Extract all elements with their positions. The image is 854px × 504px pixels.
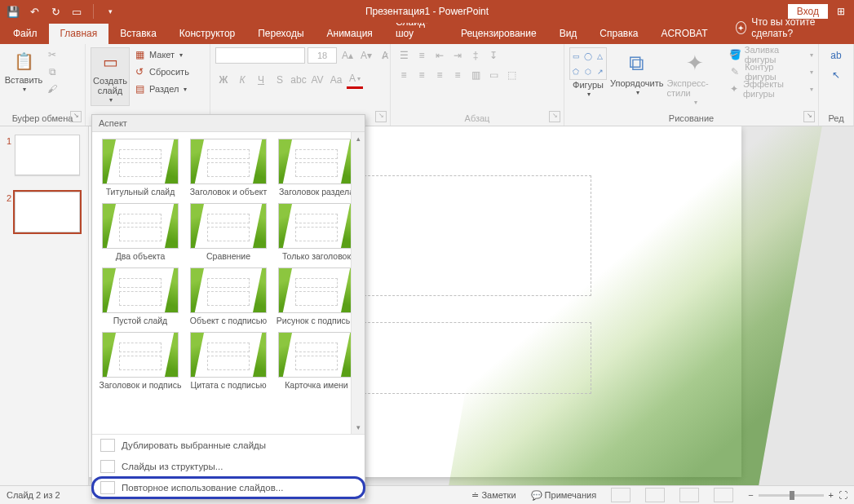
layout-option[interactable]: Рисунок с подписью [275, 267, 358, 325]
bullets-button[interactable]: ☰ [396, 47, 412, 64]
align-text-button[interactable]: ▭ [485, 67, 502, 83]
zoom-out-icon[interactable]: − [748, 490, 753, 500]
align-right-button[interactable]: ≡ [431, 67, 448, 83]
shape-effects-button[interactable]: ✦Эффекты фигуры [729, 82, 813, 96]
change-case-button[interactable]: Aa [328, 72, 344, 88]
italic-button[interactable]: К [234, 72, 250, 88]
decrease-font-icon[interactable]: A▾ [358, 47, 374, 64]
layout-option[interactable]: Цитата с подписью [187, 332, 270, 390]
scroll-up-icon[interactable]: ▴ [352, 132, 365, 145]
qat-customize-icon[interactable]: ▾ [104, 5, 117, 18]
tab-insert[interactable]: Вставка [108, 24, 168, 44]
layout-label: Сравнение [206, 251, 250, 261]
shadow-button[interactable]: S [272, 72, 288, 88]
new-slide-button[interactable]: ▭ Создать слайд [91, 47, 130, 106]
tab-design[interactable]: Конструктор [168, 24, 246, 44]
shape-fill-button[interactable]: 🪣Заливка фигуры [729, 47, 813, 62]
layout-option[interactable]: Заголовок и объект [187, 139, 270, 197]
layout-option[interactable]: Только заголовок [275, 203, 358, 261]
layout-option[interactable]: Заголовок раздела [275, 139, 358, 197]
layout-option[interactable]: Карточка имени [275, 332, 358, 390]
undo-icon[interactable]: ↶ [28, 5, 41, 18]
copy-button[interactable]: ⧉ [46, 64, 59, 79]
layout-label: Цитата с подписью [190, 380, 266, 390]
decrease-indent-button[interactable]: ⇤ [431, 47, 448, 64]
tell-me-search[interactable]: ✦ Что вы хотите сделать? [724, 12, 852, 44]
tab-view[interactable]: Вид [548, 24, 589, 44]
increase-font-icon[interactable]: A▴ [339, 47, 356, 64]
normal-view-button[interactable] [611, 488, 631, 502]
format-painter-button[interactable]: 🖌 [46, 82, 59, 96]
align-center-button[interactable]: ≡ [414, 67, 430, 83]
thumbnail-1[interactable]: 1 [0, 133, 88, 177]
comments-button[interactable]: 💬 Примечания [531, 490, 597, 501]
tab-transitions[interactable]: Переходы [246, 24, 315, 44]
fit-to-window-icon[interactable]: ⛶ [839, 490, 847, 500]
tab-help[interactable]: Справка [588, 24, 649, 44]
paste-button[interactable]: 📋 Вставить [5, 47, 42, 95]
slide-counter: Слайд 2 из 2 [7, 490, 60, 500]
notes-button[interactable]: ≐ Заметки [471, 490, 515, 501]
paragraph-dialog-launcher[interactable]: ↘ [549, 111, 560, 122]
quick-access-toolbar: 💾 ↶ ↻ ▭ ▾ [0, 4, 123, 19]
smartart-button[interactable]: ⬚ [503, 67, 520, 83]
tab-acrobat[interactable]: ACROBAT [649, 24, 719, 44]
find-icon[interactable]: ab [828, 47, 844, 64]
layout-button[interactable]: ▦Макет [133, 47, 189, 62]
char-spacing-button[interactable]: AV [309, 72, 325, 88]
group-font: A▴ A▾ A̷ Ж К Ч S abc AV Aa A Шрифт ↘ [210, 44, 391, 126]
tab-file[interactable]: Файл [2, 24, 49, 44]
arrange-button[interactable]: ⧉ Упорядочить [610, 47, 663, 98]
layout-option[interactable]: Пустой слайд [99, 267, 182, 325]
layout-option[interactable]: Объект с подписью [187, 267, 270, 325]
select-icon[interactable]: ↖ [828, 67, 844, 83]
group-drawing-label: Рисование ↘ [569, 112, 813, 124]
reading-view-button[interactable] [679, 488, 699, 502]
text-direction-button[interactable]: ↧ [485, 47, 502, 64]
layout-option[interactable]: Два объекта [99, 203, 182, 261]
layout-option[interactable]: Заголовок и подпись [99, 332, 182, 390]
font-color-button[interactable]: A [347, 70, 363, 89]
gallery-scrollbar[interactable]: ▴ ▾ [351, 132, 365, 434]
start-from-beginning-icon[interactable]: ▭ [70, 5, 83, 18]
justify-button[interactable]: ≡ [449, 67, 466, 83]
layout-option[interactable]: Сравнение [187, 203, 270, 261]
zoom-in-icon[interactable]: + [829, 490, 834, 500]
align-left-button[interactable]: ≡ [396, 67, 412, 83]
font-name-input[interactable] [215, 47, 305, 64]
tab-home[interactable]: Главная [49, 24, 109, 44]
line-spacing-button[interactable]: ‡ [467, 47, 484, 64]
shape-outline-button[interactable]: ✎Контур фигуры [729, 64, 813, 79]
section-button[interactable]: ▤Раздел [133, 82, 189, 96]
font-size-input[interactable] [308, 47, 337, 64]
zoom-slider[interactable] [759, 494, 824, 497]
slideshow-view-button[interactable] [714, 488, 733, 502]
font-dialog-launcher[interactable]: ↘ [375, 111, 387, 122]
duplicate-icon [100, 439, 115, 452]
zoom-control[interactable]: − + ⛶ [748, 490, 847, 500]
layout-option[interactable]: Титульный слайд [99, 139, 182, 197]
sorter-view-button[interactable] [645, 488, 665, 502]
cut-button[interactable]: ✂ [46, 47, 59, 62]
bold-button[interactable]: Ж [215, 72, 232, 88]
save-icon[interactable]: 💾 [7, 5, 20, 18]
tab-review[interactable]: Рецензирование [449, 24, 548, 44]
tab-animations[interactable]: Анимация [316, 24, 384, 44]
layout-thumb [278, 139, 355, 184]
columns-button[interactable]: ▥ [467, 67, 484, 83]
thumbnail-2[interactable]: 2 [0, 190, 88, 234]
quick-styles-button[interactable]: ✦ Экспресс-стили [666, 47, 722, 108]
duplicate-slides-menuitem[interactable]: Дублировать выбранные слайды [92, 435, 365, 456]
reset-button[interactable]: ↺Сбросить [133, 64, 189, 79]
underline-button[interactable]: Ч [253, 72, 269, 88]
clipboard-dialog-launcher[interactable]: ↘ [70, 111, 82, 122]
shapes-button[interactable]: ▭◯△⬠⬡↗ Фигуры [569, 47, 607, 99]
reuse-slides-menuitem[interactable]: Повторное использование слайдов... [92, 477, 365, 498]
slides-from-outline-menuitem[interactable]: Слайды из структуры... [92, 456, 365, 477]
strikethrough-button[interactable]: abc [290, 72, 307, 88]
redo-icon[interactable]: ↻ [49, 5, 62, 18]
increase-indent-button[interactable]: ⇥ [449, 47, 466, 64]
numbering-button[interactable]: ≡ [414, 47, 430, 64]
drawing-dialog-launcher[interactable]: ↘ [803, 111, 815, 122]
scroll-down-icon[interactable]: ▾ [352, 421, 365, 434]
